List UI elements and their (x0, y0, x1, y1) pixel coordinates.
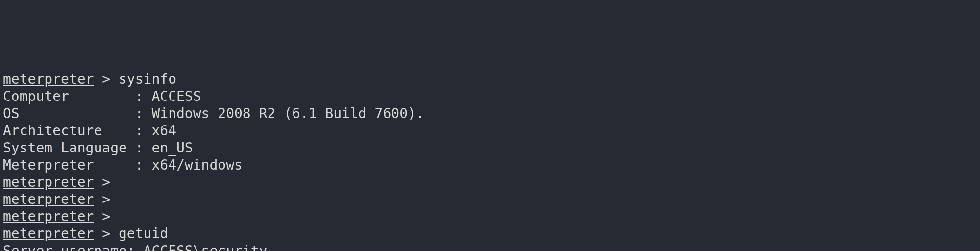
prompt: meterpreter (3, 208, 94, 225)
prompt-separator: > (94, 71, 119, 87)
getuid-label: Server username: (3, 243, 144, 251)
sysinfo-arch: Architecture : x64 (3, 122, 977, 139)
prompt: meterpreter (3, 191, 94, 207)
sysinfo-met-label: Meterpreter : (3, 157, 151, 173)
prompt-line-2: meterpreter > (3, 174, 977, 191)
sysinfo-arch-label: Architecture : (3, 123, 151, 139)
sysinfo-os-label: OS : (3, 105, 151, 122)
prompt: meterpreter (3, 71, 94, 87)
getuid-value: ACCESS\security (144, 243, 268, 251)
terminal-output[interactable]: meterpreter > sysinfoComputer : ACCESSOS… (3, 71, 977, 251)
sysinfo-os-value: Windows 2008 R2 (6.1 Build 7600). (151, 105, 424, 122)
sysinfo-computer: Computer : ACCESS (3, 88, 977, 105)
sysinfo-os: OS : Windows 2008 R2 (6.1 Build 7600). (3, 105, 977, 122)
sysinfo-meterpreter: Meterpreter : x64/windows (3, 156, 977, 174)
prompt-line-4: meterpreter > (3, 208, 977, 225)
getuid-output: Server username: ACCESS\security (3, 242, 977, 251)
sysinfo-lang: System Language : en_US (3, 139, 977, 156)
prompt-separator: > (94, 174, 119, 190)
sysinfo-lang-value: en_US (151, 140, 193, 156)
prompt-separator: > (94, 208, 119, 225)
sysinfo-computer-label: Computer : (3, 88, 151, 104)
prompt-line-3: meterpreter > (3, 191, 977, 208)
sysinfo-met-value: x64/windows (151, 157, 242, 173)
prompt-line-5: meterpreter > getuid (3, 225, 977, 242)
sysinfo-computer-value: ACCESS (151, 88, 201, 104)
command-sysinfo: sysinfo (119, 71, 176, 87)
sysinfo-arch-value: x64 (151, 123, 176, 139)
prompt: meterpreter (3, 226, 94, 242)
prompt-line-1: meterpreter > sysinfo (3, 71, 977, 88)
prompt-separator: > (94, 191, 119, 207)
command-getuid: getuid (119, 226, 168, 242)
prompt: meterpreter (3, 174, 94, 190)
sysinfo-lang-label: System Language : (3, 140, 151, 156)
prompt-separator: > (94, 226, 119, 242)
